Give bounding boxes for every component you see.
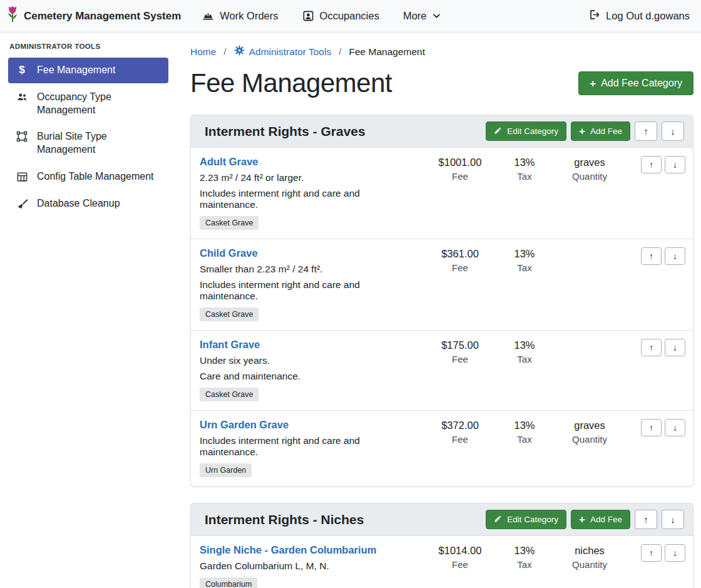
fee-amount-label: Fee (422, 434, 498, 445)
quantity-label: Quantity (551, 559, 628, 570)
breadcrumb-home-link[interactable]: Home (190, 46, 216, 58)
sidebar-heading: ADMINISTRATOR TOOLS (9, 43, 168, 50)
fee-row: Urn Garden Grave Includes interment righ… (191, 410, 693, 486)
fee-list: Single Niche - Garden Columbarium Garden… (191, 536, 693, 588)
sidebar-item-fee-management[interactable]: $ Fee Management (8, 58, 168, 83)
fee-name-link[interactable]: Infant Grave (200, 339, 260, 351)
quantity-value: graves (551, 420, 628, 431)
fee-name-link[interactable]: Adult Grave (200, 156, 258, 168)
move-fee-up-button[interactable]: ↑ (641, 247, 662, 265)
hard-hat-icon (202, 10, 214, 22)
nav-more[interactable]: More (403, 10, 441, 22)
logout-icon (588, 9, 600, 23)
fee-category-card: Interment Rights - Graves Edit Category … (190, 115, 693, 487)
breadcrumb-admin-tools-link[interactable]: Administrator Tools (234, 45, 332, 58)
move-fee-down-button[interactable]: ↓ (665, 419, 685, 436)
fee-amount-label: Fee (422, 559, 498, 570)
arrow-down-icon: ↓ (673, 160, 677, 170)
arrow-down-icon: ↓ (673, 251, 677, 261)
add-fee-button[interactable]: + Add Fee (571, 121, 630, 141)
edit-category-button[interactable]: Edit Category (486, 510, 566, 529)
fee-amount-label: Fee (422, 262, 498, 273)
arrow-down-icon: ↓ (670, 126, 675, 137)
fee-category-card: Interment Rights - Niches Edit Category … (190, 503, 693, 588)
move-fee-up-button[interactable]: ↑ (641, 544, 662, 562)
move-category-down-button[interactable]: ↓ (662, 510, 684, 529)
add-fee-category-button[interactable]: + Add Fee Category (578, 71, 693, 95)
move-category-up-button[interactable]: ↑ (635, 121, 657, 141)
fee-name-link[interactable]: Single Niche - Garden Columbarium (200, 544, 376, 556)
quantity-label: Quantity (551, 171, 628, 182)
category-header: Interment Rights - Niches Edit Category … (191, 503, 693, 536)
nav-occupancies[interactable]: Occupancies (302, 10, 379, 22)
move-category-up-button[interactable]: ↑ (635, 510, 657, 529)
fee-type-badge: Columbarium (200, 577, 257, 588)
tax-value: 13% (498, 248, 551, 260)
fee-description-1: 2.23 m² / 24 ft² or larger. (200, 172, 416, 183)
fee-amount: $1014.00 (422, 545, 498, 557)
breadcrumb: Home / Administrator Tools / Fee Managem… (190, 45, 693, 58)
fee-description-1: Includes interment right and care and ma… (200, 435, 416, 458)
move-fee-down-button[interactable]: ↓ (665, 339, 685, 356)
fee-amount: $372.00 (422, 420, 498, 431)
arrow-up-icon: ↑ (649, 343, 653, 353)
main-nav: Work Orders Occupancies More (202, 10, 440, 22)
fee-description-2: Includes interment right and care and ma… (200, 188, 416, 210)
app-brand[interactable]: Cemetery Management System (6, 5, 181, 27)
occupant-frame-icon (302, 10, 314, 22)
add-fee-button[interactable]: + Add Fee (571, 510, 630, 529)
category-header: Interment Rights - Graves Edit Category … (191, 115, 693, 148)
plus-icon: + (579, 514, 585, 525)
top-navbar: Cemetery Management System Work Orders O… (0, 0, 701, 33)
gear-icon (234, 45, 245, 58)
nav-work-orders[interactable]: Work Orders (202, 10, 278, 22)
fee-amount: $361.00 (422, 248, 498, 260)
users-icon (16, 91, 28, 103)
move-fee-down-button[interactable]: ↓ (665, 156, 685, 173)
plus-icon: + (590, 78, 596, 89)
fee-type-badge: Casket Grave (200, 216, 258, 230)
fee-description-1: Smaller than 2.23 m² / 24 ft². (200, 264, 416, 275)
tax-label: Tax (498, 262, 551, 273)
logout-link[interactable]: Log Out d.gowans (588, 9, 690, 23)
pencil-icon (494, 515, 502, 525)
category-title: Interment Rights - Niches (205, 512, 486, 527)
arrow-down-icon: ↓ (670, 514, 675, 525)
arrow-down-icon: ↓ (673, 343, 677, 353)
app-window: Cemetery Management System Work Orders O… (0, 0, 701, 588)
plus-icon: + (579, 126, 585, 137)
move-fee-up-button[interactable]: ↑ (641, 419, 662, 436)
fee-amount-label: Fee (422, 354, 498, 364)
move-category-down-button[interactable]: ↓ (662, 121, 684, 141)
move-fee-up-button[interactable]: ↑ (641, 339, 662, 356)
tax-label: Tax (498, 434, 551, 445)
arrow-up-icon: ↑ (643, 126, 648, 137)
app-title: Cemetery Management System (24, 10, 181, 23)
move-fee-down-button[interactable]: ↓ (665, 247, 685, 265)
fee-name-link[interactable]: Child Grave (200, 247, 258, 259)
breadcrumb-current: Fee Management (349, 46, 426, 58)
tulip-logo-icon (6, 5, 19, 27)
sidebar-item-config-table-management[interactable]: Config Table Management (8, 164, 168, 190)
quantity-value: niches (551, 545, 628, 557)
broom-icon (16, 198, 28, 210)
arrow-down-icon: ↓ (673, 423, 677, 433)
chevron-down-icon (432, 12, 441, 20)
edit-category-button[interactable]: Edit Category (486, 121, 566, 141)
sidebar-item-occupancy-type-management[interactable]: Occupancy Type Management (8, 85, 168, 123)
fee-type-badge: Urn Garden (200, 463, 252, 477)
arrow-up-icon: ↑ (643, 514, 648, 525)
fee-row: Child Grave Smaller than 2.23 m² / 24 ft… (191, 239, 693, 330)
fee-name-link[interactable]: Urn Garden Grave (200, 419, 289, 431)
fee-amount: $1001.00 (422, 157, 498, 168)
fee-amount: $175.00 (422, 339, 498, 351)
dollar-icon: $ (16, 64, 28, 76)
move-fee-down-button[interactable]: ↓ (665, 544, 685, 562)
sidebar-item-database-cleanup[interactable]: Database Cleanup (8, 191, 168, 217)
move-fee-up-button[interactable]: ↑ (641, 156, 662, 173)
admin-tools-sidebar: ADMINISTRATOR TOOLS $ Fee Management Occ… (0, 33, 175, 218)
arrow-up-icon: ↑ (649, 160, 653, 170)
sidebar-item-burial-site-type-management[interactable]: Burial Site Type Management (8, 124, 168, 163)
tax-value: 13% (498, 157, 551, 168)
vector-square-icon (16, 131, 28, 142)
